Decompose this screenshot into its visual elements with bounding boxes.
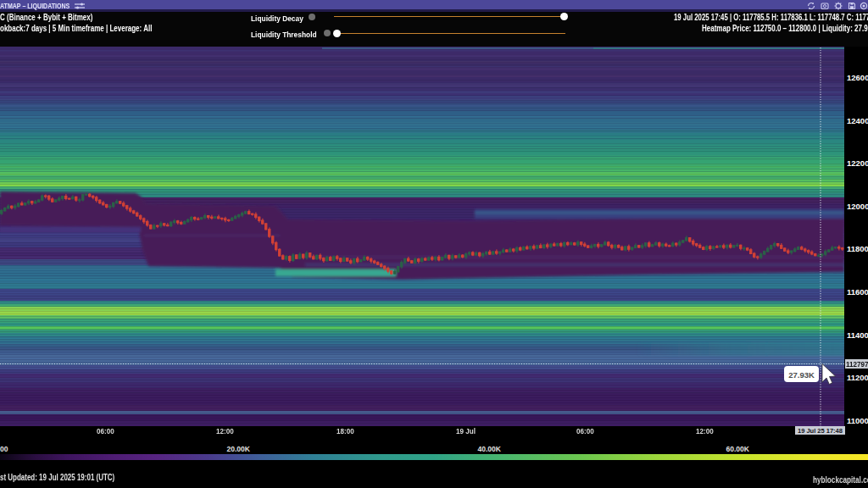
svg-text:27.93K: 27.93K: [788, 370, 815, 380]
